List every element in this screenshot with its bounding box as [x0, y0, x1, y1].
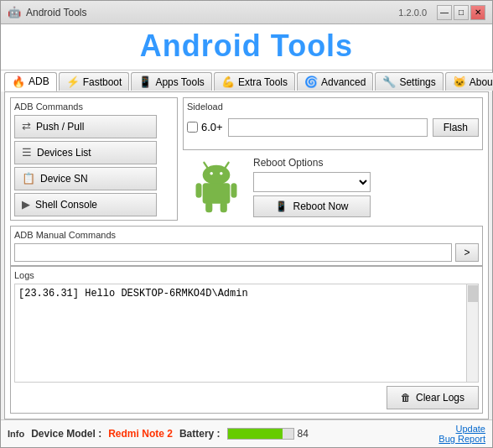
content-area: ADB Commands ⇄ Push / Pull ☰ Devices Lis…	[4, 91, 489, 419]
tab-about-icon: 🐱	[453, 76, 466, 88]
update-link[interactable]: Update Bug Report	[439, 424, 485, 444]
maximize-button[interactable]: □	[454, 5, 469, 20]
manual-cmd-input[interactable]	[14, 243, 452, 262]
clear-logs-icon: 🗑	[401, 392, 411, 404]
tab-fastboot-icon: ⚡	[66, 76, 80, 88]
svg-rect-9	[221, 201, 227, 212]
bug-report-label[interactable]: Bug Report	[439, 434, 485, 444]
tab-settings-label: Settings	[399, 76, 435, 88]
reboot-now-icon: 📱	[275, 201, 288, 212]
title-bar-left: 🤖 Android Tools	[8, 6, 87, 19]
logs-panel: Logs [23.36.31] Hello DESKTOP-6RMKO4D\Ad…	[10, 266, 483, 414]
manual-cmd-panel: ADB Manual Commands >	[10, 226, 483, 266]
devices-list-icon: ☰	[22, 146, 32, 159]
tab-extra[interactable]: 💪 Extra Tools	[214, 72, 295, 91]
android-mascot	[187, 158, 246, 216]
shell-console-label: Shell Console	[35, 199, 97, 211]
manual-cmd-title: ADB Manual Commands	[14, 230, 479, 240]
reboot-now-label: Reboot Now	[293, 201, 348, 212]
clear-logs-label: Clear Logs	[416, 392, 464, 404]
sideload-checkbox[interactable]	[187, 122, 198, 133]
right-section: Sideload 6.0+ Flash	[183, 97, 483, 221]
title-bar: 🤖 Android Tools 1.2.0.0 — □ ✕	[1, 1, 492, 24]
main-window: 🤖 Android Tools 1.2.0.0 — □ ✕ Android To…	[0, 0, 493, 448]
push-pull-icon: ⇄	[22, 120, 31, 133]
tab-adb[interactable]: 🔥 ADB	[4, 72, 57, 91]
tab-bar: 🔥 ADB ⚡ Fastboot 📱 Apps Tools 💪 Extra To…	[1, 70, 492, 91]
shell-console-icon: ▶	[22, 198, 30, 211]
svg-point-3	[210, 172, 213, 175]
logs-text: [23.36.31] Hello DESKTOP-6RMKO4D\Admin	[18, 288, 248, 300]
push-pull-label: Push / Pull	[36, 121, 84, 133]
sideload-row: 6.0+ Flash	[187, 118, 479, 137]
reboot-select[interactable]: System Recovery Bootloader	[253, 172, 371, 192]
info-section-label: Info	[8, 429, 24, 439]
sideload-title: Sideload	[187, 102, 479, 112]
mascot-area	[183, 154, 250, 221]
svg-point-2	[203, 164, 231, 184]
minimize-button[interactable]: —	[437, 5, 452, 20]
push-pull-button[interactable]: ⇄ Push / Pull	[14, 115, 157, 138]
tab-about-label: About	[470, 76, 493, 88]
battery-fill	[228, 429, 283, 439]
close-button[interactable]: ✕	[470, 5, 485, 20]
tab-fastboot[interactable]: ⚡ Fastboot	[59, 72, 130, 91]
svg-rect-7	[231, 183, 237, 198]
reboot-options-label: Reboot Options	[253, 157, 371, 169]
app-title: Android Tools	[9, 29, 484, 63]
sideload-file-input[interactable]	[228, 118, 428, 137]
middle-row: Reboot Options System Recovery Bootloade…	[183, 154, 483, 221]
tab-about[interactable]: 🐱 About	[445, 72, 493, 91]
device-model-label: Device Model :	[31, 428, 101, 440]
tab-apps[interactable]: 📱 Apps Tools	[131, 72, 211, 91]
tab-extra-icon: 💪	[221, 76, 235, 88]
battery-bar-wrapper: 84	[227, 428, 309, 440]
logs-scrollbar[interactable]	[466, 284, 478, 382]
manual-cmd-row: >	[14, 243, 479, 262]
header-area: Android Tools	[1, 24, 492, 70]
tab-adb-label: ADB	[29, 76, 49, 87]
adb-commands-panel: ADB Commands ⇄ Push / Pull ☰ Devices Lis…	[10, 97, 178, 221]
svg-point-4	[220, 172, 223, 175]
logs-footer: 🗑 Clear Logs	[14, 386, 479, 409]
device-sn-label: Device SN	[40, 173, 88, 185]
shell-console-button[interactable]: ▶ Shell Console	[14, 193, 157, 216]
battery-bar	[227, 428, 294, 440]
tab-extra-label: Extra Tools	[238, 76, 288, 88]
sideload-checkbox-label: 6.0+	[201, 121, 223, 133]
title-bar-text: Android Tools	[26, 7, 87, 18]
title-bar-controls: — □ ✕	[437, 5, 485, 20]
devices-list-button[interactable]: ☰ Devices List	[14, 141, 157, 164]
svg-rect-6	[196, 183, 202, 198]
logs-title: Logs	[14, 270, 479, 280]
tab-advanced-label: Advanced	[321, 76, 366, 88]
update-label[interactable]: Update	[439, 424, 485, 434]
svg-rect-8	[205, 201, 212, 212]
device-model-value: Redmi Note 2	[108, 428, 173, 440]
device-sn-icon: 📋	[22, 172, 35, 185]
reboot-panel: Reboot Options System Recovery Bootloade…	[250, 154, 374, 221]
logs-content: [23.36.31] Hello DESKTOP-6RMKO4D\Admin	[14, 284, 479, 383]
tab-advanced-icon: 🌀	[304, 76, 318, 88]
tab-settings-icon: 🔧	[382, 76, 396, 88]
clear-logs-button[interactable]: 🗑 Clear Logs	[387, 386, 479, 409]
reboot-now-button[interactable]: 📱 Reboot Now	[253, 195, 371, 217]
tab-settings[interactable]: 🔧 Settings	[375, 72, 443, 91]
tab-fastboot-label: Fastboot	[83, 76, 122, 88]
battery-number: 84	[298, 428, 309, 440]
checkbox-wrapper: 6.0+	[187, 121, 223, 133]
tab-adb-icon: 🔥	[12, 76, 25, 88]
info-bar: Info Device Model : Redmi Note 2 Battery…	[1, 419, 492, 447]
tab-apps-label: Apps Tools	[155, 76, 204, 88]
battery-label: Battery :	[179, 428, 221, 440]
manual-send-button[interactable]: >	[455, 243, 479, 262]
sideload-panel: Sideload 6.0+ Flash	[183, 97, 483, 150]
device-sn-button[interactable]: 📋 Device SN	[14, 167, 157, 190]
version-label: 1.2.0.0	[398, 8, 427, 18]
tab-advanced[interactable]: 🌀 Advanced	[297, 72, 373, 91]
adb-commands-title: ADB Commands	[14, 102, 174, 112]
flash-button[interactable]: Flash	[433, 118, 479, 137]
tab-apps-icon: 📱	[138, 76, 152, 88]
top-panels: ADB Commands ⇄ Push / Pull ☰ Devices Lis…	[10, 97, 483, 221]
logs-scroll-thumb[interactable]	[468, 285, 478, 302]
